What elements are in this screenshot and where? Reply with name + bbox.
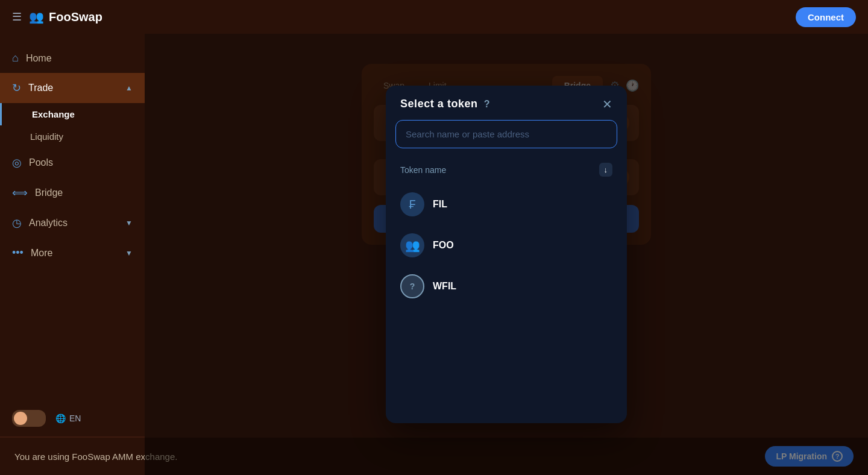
token-name-header: Token name ↓	[386, 158, 627, 184]
bridge-icon: ⟺	[12, 186, 28, 200]
sidebar-label-liquidity: Liquidity	[30, 131, 63, 142]
modal-title-text: Select a token	[400, 98, 478, 110]
fil-avatar: ₣	[400, 192, 424, 216]
sidebar-label-bridge: Bridge	[35, 187, 63, 198]
app-layout: ⌂ Home ↻ Trade ▲ Exchange Liquidity ◎ Po…	[0, 0, 868, 475]
sidebar-label-analytics: Analytics	[29, 218, 68, 228]
help-icon[interactable]: ?	[484, 99, 490, 110]
search-container	[386, 120, 627, 158]
token-item-wfil[interactable]: ? WFIL	[391, 266, 622, 307]
sidebar-item-more[interactable]: ••• More ▼	[0, 238, 145, 268]
select-token-modal: Select a token ? ✕ Token name ↓ ₣ FIL	[386, 86, 627, 423]
token-search-input[interactable]	[395, 120, 617, 148]
sidebar-bottom-controls: 🌐 EN	[0, 400, 145, 436]
sidebar-label-more: More	[31, 248, 52, 259]
language-label: EN	[69, 414, 81, 423]
main-content: Swap Limit Bridge ⚙ 🕐 ₣ FIL ▾ ↓	[145, 34, 868, 475]
trade-icon: ↻	[12, 81, 21, 95]
modal-overlay[interactable]: Select a token ? ✕ Token name ↓ ₣ FIL	[145, 34, 868, 475]
theme-toggle[interactable]	[12, 410, 46, 427]
hamburger-icon: ☰	[12, 11, 22, 23]
wfil-name: WFIL	[433, 281, 456, 292]
sidebar-item-trade[interactable]: ↻ Trade ▲	[0, 73, 145, 103]
sidebar-item-exchange[interactable]: Exchange	[0, 103, 145, 125]
navbar-left: ☰ 👥 FooSwap	[12, 10, 102, 24]
home-icon: ⌂	[12, 52, 19, 64]
sidebar-label-trade: Trade	[28, 83, 53, 93]
token-item-foo[interactable]: 👥 FOO	[391, 225, 622, 266]
chevron-up-icon: ▲	[125, 84, 133, 92]
sidebar-item-analytics[interactable]: ◷ Analytics ▼	[0, 208, 145, 238]
chevron-down-icon-more: ▼	[125, 249, 133, 257]
logo-icon: 👥	[29, 10, 44, 24]
logo: 👥 FooSwap	[29, 10, 102, 24]
sidebar: ⌂ Home ↻ Trade ▲ Exchange Liquidity ◎ Po…	[0, 34, 145, 475]
foo-avatar: 👥	[400, 233, 424, 257]
logo-text: FooSwap	[49, 10, 102, 24]
token-item-fil[interactable]: ₣ FIL	[391, 184, 622, 225]
wfil-avatar: ?	[400, 274, 424, 298]
sidebar-label-pools: Pools	[29, 157, 53, 168]
sidebar-item-bridge[interactable]: ⟺ Bridge	[0, 178, 145, 208]
modal-title: Select a token ?	[400, 98, 490, 110]
sidebar-item-home[interactable]: ⌂ Home	[0, 43, 145, 73]
language-selector[interactable]: 🌐 EN	[55, 414, 81, 423]
sidebar-item-liquidity[interactable]: Liquidity	[0, 125, 145, 148]
sidebar-label-home: Home	[26, 53, 52, 64]
pools-icon: ◎	[12, 156, 22, 169]
sidebar-label-exchange: Exchange	[32, 109, 75, 119]
analytics-icon: ◷	[12, 216, 22, 230]
token-list: ₣ FIL 👥 FOO ? WFIL	[386, 184, 627, 307]
sidebar-navigation: ⌂ Home ↻ Trade ▲ Exchange Liquidity ◎ Po…	[0, 43, 145, 268]
modal-close-button[interactable]: ✕	[602, 98, 612, 110]
chevron-down-icon: ▼	[125, 219, 133, 227]
theme-circle	[14, 412, 27, 425]
fil-name: FIL	[433, 199, 447, 210]
foo-name: FOO	[433, 240, 454, 251]
modal-header: Select a token ? ✕	[386, 86, 627, 120]
hamburger-button[interactable]: ☰	[12, 10, 22, 24]
token-name-label: Token name	[400, 165, 446, 175]
sort-button[interactable]: ↓	[599, 163, 613, 177]
sidebar-item-pools[interactable]: ◎ Pools	[0, 148, 145, 178]
connect-button[interactable]: Connect	[796, 7, 856, 27]
globe-icon: 🌐	[55, 414, 66, 423]
navbar: ☰ 👥 FooSwap Connect	[0, 0, 868, 34]
more-icon: •••	[12, 247, 24, 259]
